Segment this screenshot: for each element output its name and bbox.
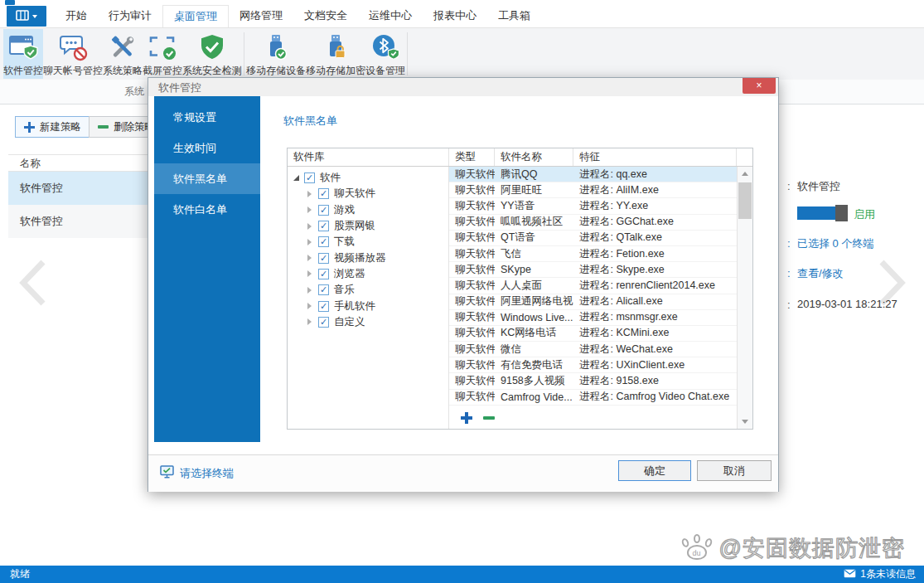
expand-arrow-icon[interactable] [307,270,312,277]
carousel-left-chevron-icon[interactable] [15,257,50,309]
dialog-sidebar-item-3[interactable]: 软件白名单 [154,194,260,225]
scrollbar-thumb[interactable] [738,182,752,219]
expand-arrow-icon[interactable] [307,206,312,213]
cell-feat: 进程名: Fetion.exe [573,247,737,261]
tree-root[interactable]: ✓软件 [288,170,448,186]
table-scrollbar[interactable] [737,167,752,429]
ribbon-button-1[interactable]: 聊天帐号管控 [43,29,103,79]
blacklist-row-0[interactable]: 聊天软件腾讯QQ进程名: qq.exe [449,167,737,182]
menu-tab-3[interactable]: 网络管理 [229,5,293,27]
checkbox-checked[interactable]: ✓ [318,236,329,247]
enable-toggle[interactable] [797,206,847,220]
tree-item-label: 自定义 [334,315,365,329]
cell-type: 聊天软件 [449,343,495,357]
menu-tab-5[interactable]: 运维中心 [358,5,423,27]
checkbox-checked[interactable]: ✓ [318,188,329,199]
checkbox-checked[interactable]: ✓ [318,284,329,295]
dialog-titlebar[interactable]: 软件管控 × [148,78,778,96]
tree-item-1[interactable]: ✓游戏 [288,202,448,218]
checkbox-checked[interactable]: ✓ [318,221,329,231]
dialog-sidebar-item-2[interactable]: 软件黑名单 [154,163,260,194]
cell-feat: 进程名: msnmsgr.exe [573,310,737,324]
blacklist-row-1[interactable]: 聊天软件阿里旺旺进程名: AliIM.exe [449,182,737,198]
blacklist-row-9[interactable]: 聊天软件Windows Live...进程名: msnmsgr.exe [449,310,737,326]
scroll-up-icon[interactable] [738,167,752,181]
blacklist-row-3[interactable]: 聊天软件呱呱视频社区进程名: GGChat.exe [449,215,737,231]
blacklist-row-5[interactable]: 聊天软件飞信进程名: Fetion.exe [449,246,737,262]
menu-tab-0[interactable]: 开始 [55,5,98,27]
tree-item-0[interactable]: ✓聊天软件 [288,186,448,202]
menu-tab-6[interactable]: 报表中心 [423,5,487,27]
expand-arrow-icon[interactable] [307,223,312,230]
blacklist-row-8[interactable]: 聊天软件阿里通网络电视进程名: Alicall.exe [449,294,737,310]
view-modify-link[interactable]: 查看/修改 [797,266,844,281]
checkbox-checked[interactable]: ✓ [318,205,329,216]
tree-item-3[interactable]: ✓下载 [288,234,448,250]
dialog-sidebar-item-1[interactable]: 生效时间 [154,133,260,163]
ribbon-button-7[interactable]: 设备管理 [365,29,405,79]
tree-item-6[interactable]: ✓音乐 [288,282,448,298]
menu-tab-2[interactable]: 桌面管理 [162,5,229,27]
expand-arrow-icon[interactable] [307,303,312,309]
expand-arrow-icon[interactable] [307,287,312,294]
cell-type: 聊天软件 [449,358,495,372]
shield-check-icon [196,33,228,61]
toggle-handle[interactable] [835,205,848,221]
expand-arrow-icon[interactable] [307,239,312,245]
dialog-sidebar-item-0[interactable]: 常规设置 [154,102,260,133]
ribbon-separator [407,32,408,75]
cell-type: 聊天软件 [449,231,495,245]
app-menu-button[interactable] [7,6,46,27]
select-terminal-link[interactable]: 请选择终端 [160,465,234,481]
tree-item-8[interactable]: ✓自定义 [288,314,448,330]
ribbon-button-2[interactable]: 系统策略 [103,29,143,79]
tree-item-2[interactable]: ✓股票网银 [288,218,448,234]
blacklist-row-2[interactable]: 聊天软件YY语音进程名: YY.exe [449,198,737,214]
dialog-footer: 请选择终端 确定 取消 [148,454,778,492]
blacklist-row-12[interactable]: 聊天软件有信免费电话进程名: UXinClient.exe [449,357,737,373]
expand-arrow-icon[interactable] [307,255,312,261]
cell-feat: 进程名: Camfrog Video Chat.exe [573,390,737,404]
ribbon-button-0[interactable]: 软件管控 [3,29,43,79]
ribbon-button-label: 系统策略 [103,64,143,78]
menu-tabs: 开始行为审计桌面管理网络管理文档安全运维中心报表中心工具箱 [55,5,541,27]
blacklist-section-title: 软件黑名单 [283,114,337,129]
checkbox-checked[interactable]: ✓ [318,269,329,279]
ribbon-button-6[interactable]: 移动存储加密 [306,29,365,79]
menu-tab-1[interactable]: 行为审计 [98,5,162,27]
ribbon-button-5[interactable]: 移动存储设备 [246,29,306,79]
ok-button[interactable]: 确定 [618,460,691,481]
close-button[interactable]: × [743,78,776,94]
checkbox-checked[interactable]: ✓ [318,317,329,328]
menu-tab-7[interactable]: 工具箱 [487,5,541,27]
blacklist-row-6[interactable]: 聊天软件SKype进程名: Skype.exe [449,262,737,278]
blacklist-row-10[interactable]: 聊天软件KC网络电话进程名: KCMini.exe [449,326,737,342]
new-policy-button[interactable]: 新建策略 [15,116,90,138]
blacklist-row-13[interactable]: 聊天软件9158多人视频进程名: 9158.exe [449,373,737,389]
blacklist-row-14[interactable]: 聊天软件Camfrog Vide...进程名: Camfrog Video Ch… [449,390,737,406]
cancel-button[interactable]: 取消 [697,460,772,481]
blacklist-row-4[interactable]: 聊天软件QT语音进程名: QTalk.exe [449,231,737,246]
selected-terminals-link[interactable]: 已选择 0 个终端 [797,236,873,251]
tree-item-5[interactable]: ✓浏览器 [288,266,448,282]
expand-arrow-icon[interactable] [307,318,312,325]
unread-messages[interactable]: 1条未读信息 [844,567,916,581]
blacklist-row-7[interactable]: 聊天软件人人桌面进程名: renrenClient2014.exe [449,278,737,294]
checkbox-checked[interactable]: ✓ [318,301,329,312]
tree-item-4[interactable]: ✓视频播放器 [288,250,448,265]
cell-feat: 进程名: Alicall.exe [573,294,737,309]
collapse-arrow-icon[interactable] [293,175,299,181]
checkbox-checked[interactable]: ✓ [318,253,329,264]
ribbon-button-3[interactable]: 截屏管控 [143,29,182,79]
checkbox-checked[interactable]: ✓ [304,172,315,183]
menu-tab-4[interactable]: 文档安全 [293,5,358,27]
blacklist-row-11[interactable]: 聊天软件微信进程名: WeChat.exe [449,342,737,357]
ribbon-button-4[interactable]: 系统安全检测 [182,29,242,79]
remove-row-icon[interactable] [483,416,495,420]
tree-item-7[interactable]: ✓手机软件 [288,298,448,313]
expand-arrow-icon[interactable] [307,191,312,197]
cell-type: 聊天软件 [449,168,495,182]
scroll-down-icon[interactable] [738,415,752,429]
blacklist-table: 软件库 类型 软件名称 特征 ✓软件✓聊天软件✓游戏✓股票网银✓下载✓视频播放器… [287,148,753,430]
add-row-icon[interactable] [461,412,472,424]
